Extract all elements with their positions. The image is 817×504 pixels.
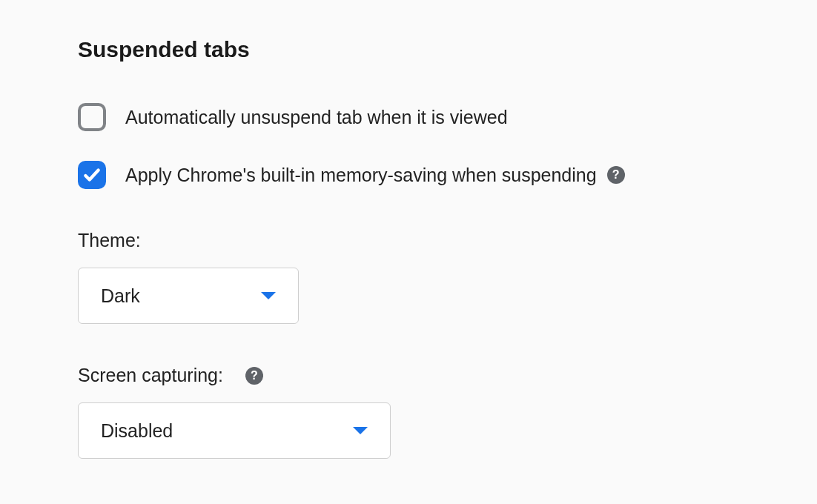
section-title: Suspended tabs <box>78 37 739 62</box>
option-memory-saving-row: Apply Chrome's built-in memory-saving wh… <box>78 161 739 189</box>
help-icon[interactable]: ? <box>245 367 263 385</box>
theme-field: Theme: Dark <box>78 230 739 324</box>
memory-saving-label: Apply Chrome's built-in memory-saving wh… <box>125 165 597 186</box>
help-icon[interactable]: ? <box>607 166 625 184</box>
screen-capturing-select-value: Disabled <box>101 420 173 442</box>
auto-unsuspend-checkbox[interactable] <box>78 103 106 131</box>
theme-select[interactable]: Dark <box>78 268 299 324</box>
option-auto-unsuspend-row: Automatically unsuspend tab when it is v… <box>78 103 739 131</box>
screen-capturing-field: Screen capturing: ? Disabled <box>78 365 739 459</box>
screen-capturing-label: Screen capturing: <box>78 365 223 386</box>
auto-unsuspend-label: Automatically unsuspend tab when it is v… <box>125 107 508 128</box>
chevron-down-icon <box>261 292 276 299</box>
memory-saving-checkbox[interactable] <box>78 161 106 189</box>
checkmark-icon <box>82 165 102 185</box>
theme-select-value: Dark <box>101 285 140 307</box>
theme-label: Theme: <box>78 230 141 251</box>
chevron-down-icon <box>353 427 368 434</box>
screen-capturing-select[interactable]: Disabled <box>78 402 391 459</box>
